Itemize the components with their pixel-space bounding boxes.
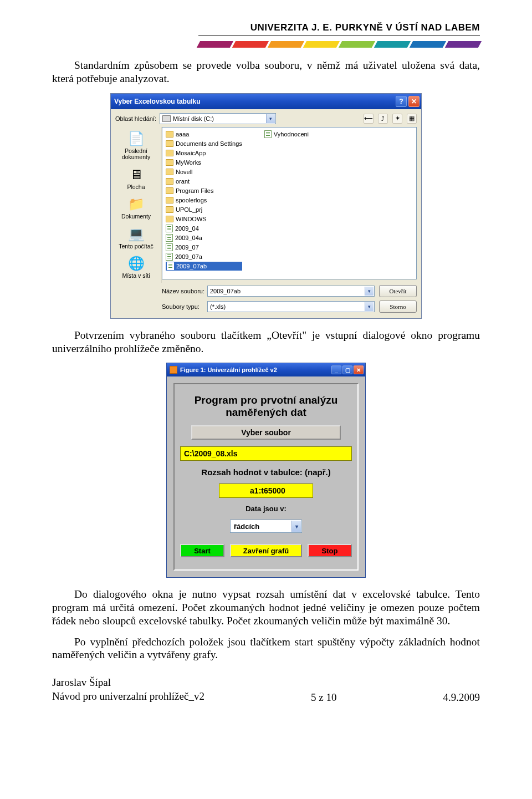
places-item[interactable]: 🖥Plocha: [114, 166, 158, 191]
data-in-label: Data jsou v:: [245, 505, 287, 513]
folder-icon: [166, 140, 173, 147]
matlab-icon: [170, 366, 177, 374]
close-icon[interactable]: ✕: [354, 365, 364, 374]
place-label: Dokumenty: [121, 213, 151, 220]
place-icon: 💻: [126, 226, 146, 242]
folder-icon: [166, 178, 173, 185]
file-item[interactable]: 2009_07ab: [166, 262, 242, 271]
close-graphs-button[interactable]: Zavření grafů: [230, 544, 302, 557]
select-file-button[interactable]: Vyber soubor: [191, 425, 341, 440]
folder-icon: [166, 150, 173, 156]
folder-icon: [166, 206, 173, 213]
footer-date: 4.9.2009: [443, 691, 480, 704]
folder-item[interactable]: UPOL_prj: [166, 205, 242, 214]
folder-item[interactable]: Novell: [166, 167, 242, 176]
stop-button[interactable]: Stop: [308, 544, 352, 557]
lookin-combo[interactable]: Místní disk (C:): [160, 113, 276, 124]
paragraph-3: Do dialogového okna je nutno vypsat rozs…: [52, 588, 480, 627]
places-item[interactable]: 📁Dokumenty: [114, 196, 158, 220]
paragraph-1: Standardním způsobem se provede volba so…: [52, 59, 480, 85]
file-item[interactable]: 2009_07: [166, 243, 242, 252]
places-item[interactable]: 🌐Místa v síti: [114, 255, 158, 279]
folder-icon: [166, 197, 173, 203]
university-name: UNIVERZITA J. E. PURKYNĚ V ÚSTÍ NAD LABE…: [198, 22, 480, 33]
close-icon[interactable]: ✕: [408, 96, 420, 107]
matlab-titlebar: Figure 1: Univerzální prohlížeč v2 _ ▢ ✕: [167, 363, 365, 376]
range-field[interactable]: a1:t65000: [219, 484, 313, 498]
folder-item[interactable]: Documents and Settings: [166, 139, 242, 148]
place-icon: 📄: [126, 130, 146, 147]
paragraph-4: Po vyplnění předchozích položek jsou tla…: [52, 635, 480, 662]
places-bar: 📄Poslední dokumenty🖥Plocha📁Dokumenty💻Ten…: [111, 127, 162, 283]
folder-icon: [166, 169, 173, 175]
start-button[interactable]: Start: [180, 544, 224, 557]
lookin-label: Oblast hledání:: [115, 115, 156, 122]
xls-icon: [166, 253, 173, 261]
place-label: Místa v síti: [122, 273, 150, 279]
filename-value: 2009_07ab: [210, 288, 241, 294]
file-item[interactable]: 2009_07a: [166, 252, 242, 261]
places-item[interactable]: 📄Poslední dokumenty: [114, 130, 158, 161]
xls-icon: [166, 225, 173, 232]
data-orientation-value: řádcích: [234, 522, 259, 531]
dialog-title: Vyber Excelovskou tabulku: [114, 98, 201, 105]
xls-icon: [166, 234, 173, 242]
help-icon[interactable]: ?: [396, 96, 407, 107]
place-label: Tento počítač: [119, 243, 153, 250]
footer-doc: Návod pro univerzalní prohlížeč_v2: [52, 690, 204, 704]
filename-field[interactable]: 2009_07ab: [207, 286, 375, 297]
place-icon: 📁: [126, 196, 146, 212]
folder-icon: [166, 216, 173, 222]
filename-label: Název souboru:: [162, 288, 207, 294]
folder-item[interactable]: orant: [166, 177, 242, 186]
folder-icon: [166, 131, 173, 138]
folder-item[interactable]: Program Files: [166, 186, 242, 195]
file-item[interactable]: 2009_04: [166, 224, 242, 233]
footer-author: Jaroslav Šípal: [52, 676, 204, 690]
footer-page: 5 z 10: [311, 691, 336, 704]
folder-item[interactable]: WINDOWS: [166, 215, 242, 223]
dialog-titlebar: Vyber Excelovskou tabulku ? ✕: [111, 94, 421, 109]
folder-item[interactable]: spoolerlogs: [166, 196, 242, 205]
open-button[interactable]: Otevřít: [379, 285, 417, 297]
page-header: UNIVERZITA J. E. PURKYNĚ V ÚSTÍ NAD LABE…: [52, 22, 480, 48]
lookin-value: Místní disk (C:): [173, 115, 214, 122]
back-icon[interactable]: ⟵: [364, 114, 374, 124]
folder-icon: [166, 187, 173, 194]
folder-item[interactable]: aaaa: [166, 130, 242, 139]
cancel-button[interactable]: Storno: [379, 301, 417, 313]
matlab-window: Figure 1: Univerzální prohlížeč v2 _ ▢ ✕…: [166, 363, 366, 578]
file-item[interactable]: Vyhodnoceni: [264, 130, 309, 139]
program-heading: Program pro prvotní analýzu naměřených d…: [182, 394, 350, 419]
places-item[interactable]: 💻Tento počítač: [114, 226, 158, 250]
maximize-icon[interactable]: ▢: [342, 365, 352, 374]
filetype-value: (*.xls): [210, 303, 226, 310]
xls-icon: [167, 262, 174, 270]
up-folder-icon[interactable]: ⤴: [378, 114, 388, 124]
filetype-label: Soubory typu:: [162, 303, 207, 310]
minimize-icon[interactable]: _: [331, 365, 341, 374]
disk-icon: [162, 115, 171, 122]
place-label: Plocha: [127, 184, 145, 191]
folder-icon: [166, 159, 173, 166]
paragraph-2: Potvrzením vybraného souboru tlačítkem „…: [52, 329, 480, 355]
file-open-dialog: Vyber Excelovskou tabulku ? ✕ Oblast hle…: [110, 93, 422, 319]
folder-item[interactable]: MosaicApp: [166, 149, 242, 157]
views-icon[interactable]: ▦: [407, 114, 417, 124]
filepath-field[interactable]: C:\2009_08.xls: [180, 446, 352, 461]
filetype-field[interactable]: (*.xls): [207, 301, 375, 312]
logo-stripes: [198, 41, 480, 48]
range-label: Rozsah hodnot v tabulce: (např.): [201, 467, 330, 477]
place-icon: 🖥: [126, 166, 146, 183]
xls-icon: [264, 130, 272, 138]
place-icon: 🌐: [126, 255, 146, 272]
place-label: Poslední dokumenty: [114, 148, 158, 161]
file-list[interactable]: aaaaDocuments and SettingsMosaicAppMyWor…: [162, 127, 417, 279]
page-footer: Jaroslav Šípal Návod pro univerzalní pro…: [52, 676, 480, 703]
folder-item[interactable]: MyWorks: [166, 158, 242, 167]
data-orientation-select[interactable]: řádcích: [230, 520, 302, 533]
new-folder-icon[interactable]: ✶: [392, 114, 402, 124]
file-item[interactable]: 2009_04a: [166, 233, 242, 242]
matlab-title-text: Figure 1: Univerzální prohlížeč v2: [180, 367, 277, 373]
xls-icon: [166, 243, 173, 251]
